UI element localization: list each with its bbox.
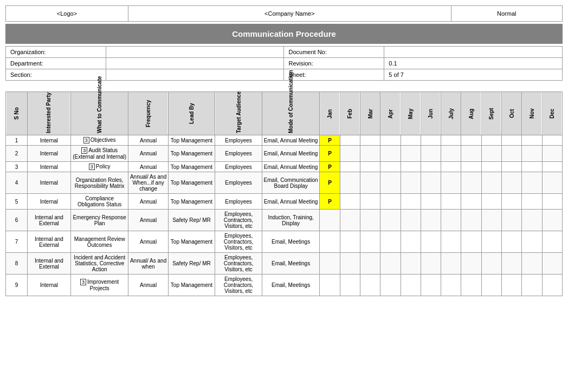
docno-value bbox=[384, 47, 563, 58]
cell-jan bbox=[320, 275, 340, 296]
cell-oct bbox=[502, 172, 522, 194]
cell-sno: 2 bbox=[6, 146, 28, 162]
cell-oct bbox=[502, 146, 522, 162]
cell-jul bbox=[441, 162, 461, 172]
cell-jul bbox=[441, 231, 461, 253]
cell-dec bbox=[542, 253, 562, 275]
tag-box: 3 bbox=[83, 137, 89, 143]
tag-box: 3 bbox=[81, 147, 87, 154]
cell-apr bbox=[380, 210, 401, 231]
cell-aug bbox=[461, 194, 481, 210]
cell-dec bbox=[542, 146, 562, 162]
cell-sept bbox=[481, 172, 501, 194]
table-row: 9 Internal 3Improvement Projects Annual … bbox=[6, 275, 563, 296]
cell-what: Incident and Accident Statistics, Correc… bbox=[70, 253, 128, 275]
cell-jan: P bbox=[320, 172, 340, 194]
col-feb: Feb bbox=[340, 92, 360, 135]
title-bar: Communication Procedure bbox=[5, 24, 563, 44]
cell-jun bbox=[421, 210, 441, 231]
cell-nov bbox=[522, 162, 542, 172]
section-label: Section: bbox=[6, 69, 106, 81]
col-jun: Jun bbox=[421, 92, 441, 135]
cell-aug bbox=[461, 210, 481, 231]
cell-apr bbox=[380, 135, 401, 146]
cell-mar bbox=[360, 146, 380, 162]
dept-value bbox=[106, 58, 284, 69]
info-table: Organization: Document No: Department: R… bbox=[5, 46, 563, 81]
cell-sno: 4 bbox=[6, 172, 28, 194]
cell-target: Employees bbox=[215, 194, 262, 210]
cell-mode: Email, Meetings bbox=[262, 231, 320, 253]
cell-feb bbox=[340, 194, 360, 210]
org-value bbox=[106, 47, 284, 58]
cell-lead: Top Management bbox=[168, 146, 215, 162]
cell-jun bbox=[421, 146, 441, 162]
cell-sept bbox=[481, 135, 501, 146]
cell-mode: Email, Annual Meeting bbox=[262, 146, 320, 162]
col-dec: Dec bbox=[542, 92, 562, 135]
cell-sept bbox=[481, 146, 501, 162]
cell-jun bbox=[421, 275, 441, 296]
cell-aug bbox=[461, 135, 481, 146]
cell-may bbox=[401, 172, 421, 194]
col-oct: Oct bbox=[502, 92, 522, 135]
cell-mode: Email, Meetings bbox=[262, 275, 320, 296]
cell-aug bbox=[461, 275, 481, 296]
tag-box: 3 bbox=[89, 164, 95, 170]
cell-oct bbox=[502, 275, 522, 296]
cell-nov bbox=[522, 275, 542, 296]
cell-jan bbox=[320, 210, 340, 231]
col-sno: S No bbox=[6, 92, 28, 135]
cell-nov bbox=[522, 146, 542, 162]
cell-dec bbox=[542, 135, 562, 146]
cell-target: Employees, Contractors, Visitors, etc bbox=[215, 210, 262, 231]
cell-oct bbox=[502, 194, 522, 210]
col-freq: Frequency bbox=[128, 92, 168, 135]
col-lead: Lead By bbox=[168, 92, 215, 135]
cell-interested: Internal and External bbox=[27, 210, 70, 231]
cell-feb bbox=[340, 231, 360, 253]
cell-may bbox=[401, 275, 421, 296]
cell-jan: P bbox=[320, 194, 340, 210]
cell-nov bbox=[522, 135, 542, 146]
cell-freq: Annual/ As and when bbox=[128, 253, 168, 275]
table-row: 7 Internal and External Management Revie… bbox=[6, 231, 563, 253]
cell-freq: Annual bbox=[128, 231, 168, 253]
cell-target: Employees bbox=[215, 172, 262, 194]
table-row: 3 Internal 3Policy Annual Top Management… bbox=[6, 162, 563, 172]
cell-jul bbox=[441, 210, 461, 231]
cell-what: Management Review Outcomes bbox=[70, 231, 128, 253]
cell-sept bbox=[481, 231, 501, 253]
tag-box: 3 bbox=[80, 279, 86, 285]
col-mode: Mode of Communication bbox=[262, 92, 320, 135]
cell-aug bbox=[461, 253, 481, 275]
cell-mar bbox=[360, 172, 380, 194]
cell-apr bbox=[380, 162, 401, 172]
cell-interested: Internal and External bbox=[27, 231, 70, 253]
cell-sept bbox=[481, 162, 501, 172]
cell-oct bbox=[502, 162, 522, 172]
cell-dec bbox=[542, 194, 562, 210]
cell-may bbox=[401, 210, 421, 231]
cell-interested: Internal bbox=[27, 275, 70, 296]
col-aug: Aug bbox=[461, 92, 481, 135]
cell-mode: Email, Communication Board Display bbox=[262, 172, 320, 194]
cell-what: 3Audit Status (External and Internal) bbox=[70, 146, 128, 162]
main-data-table: S No Interested Party What to Communicat… bbox=[5, 92, 563, 296]
table-row: 1 Internal 3Objectives Annual Top Manage… bbox=[6, 135, 563, 146]
cell-target: Employees bbox=[215, 146, 262, 162]
cell-sno: 1 bbox=[6, 135, 28, 146]
cell-mar bbox=[360, 275, 380, 296]
cell-aug bbox=[461, 162, 481, 172]
cell-nov bbox=[522, 194, 542, 210]
cell-jun bbox=[421, 172, 441, 194]
col-mar: Mar bbox=[360, 92, 380, 135]
cell-oct bbox=[502, 135, 522, 146]
dept-label: Department: bbox=[6, 58, 106, 69]
cell-what: Emergency Response Plan bbox=[70, 210, 128, 231]
cell-dec bbox=[542, 210, 562, 231]
cell-mode: Email, Annual Meeting bbox=[262, 162, 320, 172]
cell-aug bbox=[461, 231, 481, 253]
cell-jul bbox=[441, 194, 461, 210]
cell-what: 3Improvement Projects bbox=[70, 275, 128, 296]
